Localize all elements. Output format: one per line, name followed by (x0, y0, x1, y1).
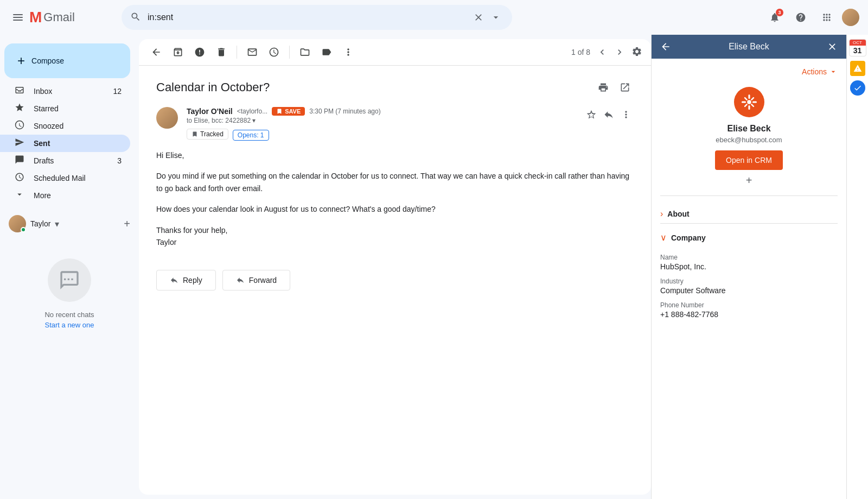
to-line-expand[interactable]: ▾ (252, 117, 256, 124)
sender-email: <taylorfo... (237, 108, 267, 115)
drafts-count: 3 (117, 156, 122, 165)
forward-button[interactable]: Forward (222, 270, 290, 290)
sidebar-item-snoozed[interactable]: Snoozed (0, 117, 130, 135)
starred-icon (14, 103, 25, 115)
email-body: Hi Elise, Do you mind if we put somethin… (156, 149, 634, 248)
mark-unread-button[interactable] (244, 43, 261, 61)
toolbar-right: 1 of 8 (571, 45, 642, 60)
calendar-icon[interactable]: OCT 31 (849, 39, 866, 56)
calendar-month-label: OCT (850, 40, 866, 46)
email-salutation: Hi Elise, (156, 149, 634, 161)
company-name-label: Name (660, 254, 838, 261)
tracking-badges: Tracked Opens: 1 (187, 124, 575, 141)
actions-dropdown-button[interactable]: Actions (802, 67, 838, 76)
more-chevron-icon (14, 190, 25, 202)
notifications-button[interactable]: 3 (764, 7, 786, 28)
panel-back-button[interactable] (660, 41, 671, 52)
contact-card: Elise Beck ebeck@hubspot.com Open in CRM… (660, 83, 838, 196)
email-panel: 1 of 8 Calendar in October? (139, 39, 651, 495)
main-layout: + Compose Inbox 12 Starred Snoozed (0, 35, 868, 499)
drafts-label: Drafts (34, 156, 108, 165)
email-header-icons (584, 107, 634, 122)
drafts-icon (14, 155, 25, 167)
archive-button[interactable] (169, 43, 187, 61)
search-icon (130, 11, 141, 24)
print-button[interactable] (595, 79, 612, 96)
company-section-header[interactable]: ∨ Company (660, 228, 838, 247)
chat-bubble-icon (48, 258, 91, 302)
more-options-button[interactable] (340, 43, 357, 61)
user-avatar[interactable] (842, 9, 859, 26)
sender-info: Taylor O'Neil <taylorfo... SAVE 3:30 PM … (187, 107, 575, 141)
svg-point-3 (747, 100, 751, 104)
save-badge[interactable]: SAVE (272, 107, 305, 116)
email-top-actions (595, 79, 634, 96)
add-account-icon[interactable]: + (124, 218, 130, 230)
task-icon[interactable] (850, 80, 865, 96)
sidebar-item-starred[interactable]: Starred (0, 100, 130, 117)
gmail-m-logo: M (29, 9, 41, 26)
email-subject-area: Calendar in October? (156, 79, 634, 96)
compose-button[interactable]: + Compose (4, 43, 130, 78)
prev-email-button[interactable] (595, 45, 610, 60)
compose-label: Compose (31, 56, 64, 65)
apps-button[interactable] (816, 7, 838, 28)
next-email-button[interactable] (612, 45, 627, 60)
hubspot-panel: Elise Beck Actions (651, 35, 846, 499)
settings-icon[interactable] (631, 46, 642, 59)
start-new-chat-link[interactable]: Start a new one (44, 321, 94, 329)
actions-label: Actions (802, 67, 827, 76)
contact-email: ebeck@hubspot.com (716, 136, 782, 144)
hamburger-menu[interactable] (9, 8, 27, 27)
search-options-button[interactable] (488, 10, 503, 25)
report-spam-button[interactable] (191, 43, 208, 61)
no-recent-chats-text: No recent chats (44, 311, 94, 319)
sender-avatar (156, 107, 178, 129)
to-line-text: to Elise, bcc: 2422882 (187, 117, 251, 124)
user-account-switcher[interactable]: Taylor ▾ + (0, 209, 139, 237)
help-button[interactable] (790, 7, 812, 28)
sidebar-item-inbox[interactable]: Inbox 12 (0, 83, 130, 100)
email-more-icon[interactable] (618, 107, 634, 122)
company-industry-label: Industry (660, 277, 838, 285)
open-in-new-button[interactable] (616, 79, 634, 96)
actions-area: Actions (660, 67, 838, 76)
snooze-button[interactable] (265, 43, 283, 61)
search-input[interactable] (148, 12, 471, 22)
reply-button-label: Reply (183, 276, 202, 285)
svg-rect-2 (13, 20, 23, 21)
search-clear-button[interactable] (471, 10, 486, 25)
sent-label: Sent (34, 139, 122, 148)
email-subject-text: Calendar in October? (156, 80, 270, 94)
quick-reply-icon[interactable] (601, 107, 616, 122)
star-button[interactable] (584, 107, 599, 122)
topbar-right: 3 (764, 7, 859, 28)
sidebar-item-sent[interactable]: Sent (0, 135, 130, 152)
about-section-header[interactable]: › About (660, 205, 838, 224)
warning-icon[interactable] (850, 61, 865, 76)
email-paragraph-1: Do you mind if we put something on the c… (156, 170, 634, 194)
sidebar-item-more[interactable]: More (0, 187, 130, 204)
label-button[interactable] (318, 43, 335, 61)
starred-label: Starred (34, 104, 122, 113)
toolbar-separator-2 (289, 46, 290, 59)
company-section-title: Company (671, 233, 706, 242)
user-chevron-icon: ▾ (55, 219, 59, 229)
snoozed-label: Snoozed (34, 122, 122, 130)
delete-button[interactable] (213, 43, 230, 61)
company-name-value: HubSpot, Inc. (660, 262, 838, 271)
sidebar-item-drafts[interactable]: Drafts 3 (0, 152, 130, 169)
svg-rect-0 (13, 14, 23, 15)
hubspot-panel-body: Actions Elise Beck ebeck@hubspot.com Ope… (652, 59, 846, 334)
inbox-icon (14, 85, 25, 98)
panel-title: Elise Beck (675, 42, 822, 52)
back-button[interactable] (148, 43, 165, 61)
gmail-label: Gmail (43, 10, 74, 24)
sidebar-item-scheduled[interactable]: Scheduled Mail (0, 169, 130, 187)
company-industry-field: Industry Computer Software (660, 277, 838, 295)
add-contact-icon[interactable]: + (746, 174, 752, 187)
open-in-crm-button[interactable]: Open in CRM (715, 150, 783, 170)
panel-close-button[interactable] (827, 41, 838, 52)
move-to-button[interactable] (296, 43, 314, 61)
reply-button[interactable]: Reply (156, 270, 216, 290)
